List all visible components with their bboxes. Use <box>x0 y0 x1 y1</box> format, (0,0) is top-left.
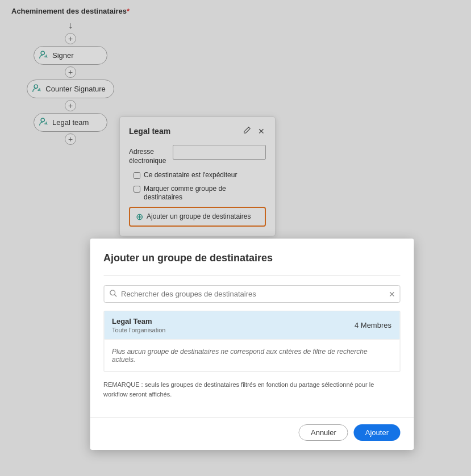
add-button[interactable]: Ajouter <box>354 424 400 441</box>
list-item-info: Legal Team Toute l'organisation <box>112 317 165 333</box>
add-group-modal: Ajouter un groupe de destinataires ✕ Leg… <box>90 239 414 450</box>
modal-title: Ajouter un groupe de destinataires <box>103 252 400 264</box>
modal-body: Ajouter un groupe de destinataires ✕ Leg… <box>90 239 414 417</box>
search-container: ✕ <box>103 285 400 303</box>
search-input[interactable] <box>103 285 400 303</box>
item-name: Legal Team <box>112 317 165 325</box>
remark-text: REMARQUE : seuls les groupes de destinat… <box>103 380 400 399</box>
list-item-legal-team[interactable]: Legal Team Toute l'organisation 4 Membre… <box>104 311 399 339</box>
cancel-button[interactable]: Annuler <box>299 424 348 441</box>
main-area: Acheminement des destinataires* ↓ + Sign… <box>0 0 471 476</box>
search-icon <box>109 289 117 299</box>
item-sub: Toute l'organisation <box>112 327 165 333</box>
modal-footer: Annuler Ajouter <box>90 417 414 450</box>
no-results-message: Plus aucun groupe de destinataires ne co… <box>104 339 399 371</box>
recipient-list: Legal Team Toute l'organisation 4 Membre… <box>103 311 400 372</box>
modal-divider <box>103 275 400 276</box>
item-members: 4 Membres <box>355 321 391 329</box>
search-clear-button[interactable]: ✕ <box>389 290 395 299</box>
